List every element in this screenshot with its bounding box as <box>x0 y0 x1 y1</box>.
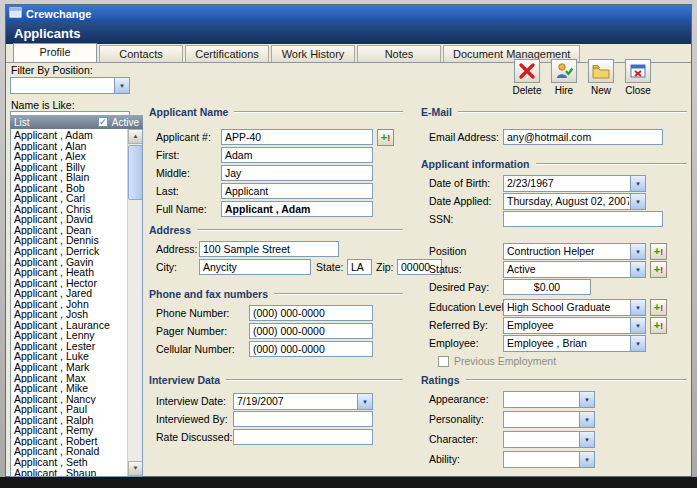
tab-profile[interactable]: Profile <box>13 43 97 62</box>
list-item[interactable]: Applicant , Dean <box>11 225 127 236</box>
chevron-down-icon[interactable]: ▼ <box>579 412 594 427</box>
appearance-combo[interactable]: ▼ <box>503 391 595 408</box>
chevron-down-icon[interactable]: ▼ <box>630 194 645 209</box>
cellular-number-field[interactable]: (000) 000-0000 <box>249 341 373 357</box>
scrollbar-thumb[interactable] <box>128 145 143 200</box>
list-item[interactable]: Applicant , Remy <box>11 425 127 436</box>
list-item[interactable]: Applicant , Mark <box>11 362 127 373</box>
list-item[interactable]: Applicant , Seth <box>11 457 127 468</box>
list-item[interactable]: Applicant , Paul <box>11 404 127 415</box>
list-item[interactable]: Applicant , Heath <box>11 267 127 278</box>
interview-date-combo[interactable]: 7/19/2007 ▼ <box>233 393 373 410</box>
education-level-combo[interactable]: High School Graduate ▼ <box>503 299 646 316</box>
tab-certifications[interactable]: Certifications <box>185 45 269 62</box>
list-item[interactable]: Applicant , Alan <box>11 141 127 152</box>
add-status-button[interactable]: +! <box>650 261 667 278</box>
list-item[interactable]: Applicant , Billy <box>11 162 127 173</box>
chevron-down-icon[interactable]: ▼ <box>114 78 129 93</box>
state-field[interactable]: LA <box>347 259 372 275</box>
list-item[interactable]: Applicant , Alex <box>11 151 127 162</box>
add-education-button[interactable]: +! <box>650 299 667 316</box>
pager-number-field[interactable]: (000) 000-0000 <box>249 323 373 339</box>
active-checkbox[interactable]: ✓ <box>98 117 108 127</box>
list-item[interactable]: Applicant , Dennis <box>11 235 127 246</box>
list-item[interactable]: Applicant , Derrick <box>11 246 127 257</box>
list-item[interactable]: Applicant , Carl <box>11 193 127 204</box>
list-item[interactable]: Applicant , Robert <box>11 436 127 447</box>
close-button[interactable]: Close <box>623 59 653 96</box>
list-item[interactable]: Applicant , Mike <box>11 383 127 394</box>
date-of-birth-combo[interactable]: 2/23/1967 ▼ <box>503 175 646 192</box>
list-item[interactable]: Applicant , Bob <box>11 183 127 194</box>
last-name-field[interactable]: Applicant <box>221 183 373 199</box>
list-item[interactable]: Applicant , Gavin <box>11 257 127 268</box>
zip-label: Zip: <box>376 259 394 275</box>
previous-employment-checkbox[interactable] <box>438 356 449 367</box>
filter-by-position-combo[interactable]: ▼ <box>10 77 130 94</box>
chevron-down-icon[interactable]: ▼ <box>357 394 372 409</box>
list-item[interactable]: Applicant , Adam <box>11 130 127 141</box>
new-button[interactable]: New <box>586 59 616 96</box>
tab-work-history[interactable]: Work History <box>271 45 355 62</box>
email-address-field[interactable]: any@hotmail.com <box>503 129 663 145</box>
chevron-down-icon[interactable]: ▼ <box>630 262 645 277</box>
middle-name-field[interactable]: Jay <box>221 165 373 181</box>
applicant-no-field[interactable]: APP-40 <box>221 129 373 145</box>
list-item[interactable]: Applicant , Hector <box>11 278 127 289</box>
page-title-text: Applicants <box>14 26 80 41</box>
chevron-down-icon[interactable]: ▼ <box>630 176 645 191</box>
applicant-no-generate-button[interactable]: +! <box>377 129 394 146</box>
delete-button[interactable]: Delete <box>512 59 542 96</box>
add-referred-by-button[interactable]: +! <box>650 317 667 334</box>
applicant-no-value: APP-40 <box>225 131 261 143</box>
list-scrollbar[interactable]: ▲ ▼ <box>127 129 142 476</box>
personality-combo[interactable]: ▼ <box>503 411 595 428</box>
list-item[interactable]: Applicant , Shaun <box>11 468 127 477</box>
list-item[interactable]: Applicant , Lester <box>11 341 127 352</box>
chevron-down-icon[interactable]: ▼ <box>579 392 594 407</box>
list-item[interactable]: Applicant , John <box>11 299 127 310</box>
hire-button[interactable]: Hire <box>549 59 579 96</box>
character-combo[interactable]: ▼ <box>503 431 595 448</box>
rate-discussed-field[interactable] <box>233 429 373 445</box>
list-item[interactable]: Applicant , Ralph <box>11 415 127 426</box>
status-combo[interactable]: Active ▼ <box>503 261 646 278</box>
list-item[interactable]: Applicant , Laurance <box>11 320 127 331</box>
list-item[interactable]: Applicant , Josh <box>11 309 127 320</box>
scroll-down-icon[interactable]: ▼ <box>128 461 143 476</box>
tab-notes[interactable]: Notes <box>357 45 441 62</box>
desired-pay-field[interactable]: $0.00 <box>503 279 591 295</box>
phone-number-field[interactable]: (000) 000-0000 <box>249 305 373 321</box>
chevron-down-icon[interactable]: ▼ <box>579 452 594 467</box>
add-position-button[interactable]: +! <box>650 243 667 260</box>
list-item[interactable]: Applicant , Luke <box>11 351 127 362</box>
scroll-up-icon[interactable]: ▲ <box>128 129 143 144</box>
chevron-down-icon[interactable]: ▼ <box>630 318 645 333</box>
education-level-label: Education Level: <box>429 299 507 315</box>
list-item[interactable]: Applicant , Jared <box>11 288 127 299</box>
position-combo[interactable]: Contruction Helper ▼ <box>503 243 646 260</box>
chevron-down-icon[interactable]: ▼ <box>630 336 645 351</box>
first-name-field[interactable]: Adam <box>221 147 373 163</box>
ability-combo[interactable]: ▼ <box>503 451 595 468</box>
titlebar[interactable]: Crewchange <box>6 5 691 22</box>
list-item[interactable]: Applicant , Ronald <box>11 446 127 457</box>
tab-contacts[interactable]: Contacts <box>99 45 183 62</box>
chevron-down-icon[interactable]: ▼ <box>630 244 645 259</box>
address-field[interactable]: 100 Sample Street <box>199 241 339 257</box>
chevron-down-icon[interactable]: ▼ <box>630 300 645 315</box>
ssn-field[interactable] <box>503 211 663 227</box>
list-item[interactable]: Applicant , Nancy <box>11 394 127 405</box>
list-item[interactable]: Applicant , Max <box>11 373 127 384</box>
chevron-down-icon[interactable]: ▼ <box>579 432 594 447</box>
interviewed-by-field[interactable] <box>233 411 373 427</box>
referred-by-combo[interactable]: Employee ▼ <box>503 317 646 334</box>
city-field[interactable]: Anycity <box>199 259 311 275</box>
list-item[interactable]: Applicant , Lenny <box>11 330 127 341</box>
full-name-field[interactable]: Applicant , Adam <box>221 201 373 217</box>
list-item[interactable]: Applicant , David <box>11 214 127 225</box>
list-item[interactable]: Applicant , Chris <box>11 204 127 215</box>
date-applied-combo[interactable]: Thursday, August 02, 2007 ▼ <box>503 193 646 210</box>
employee-combo[interactable]: Employee , Brian ▼ <box>503 335 646 352</box>
list-item[interactable]: Applicant , Blain <box>11 172 127 183</box>
